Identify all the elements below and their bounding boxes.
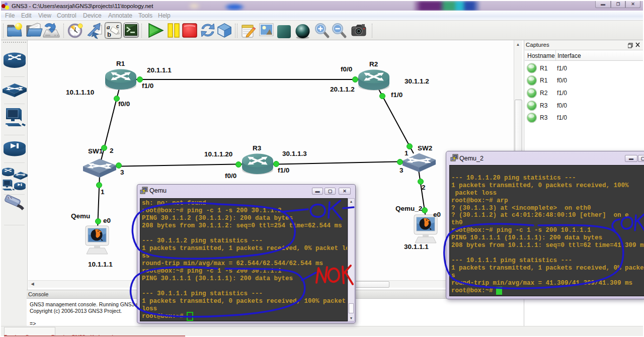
svg-text:a: a [107, 23, 110, 31]
svg-text:b: b [107, 31, 111, 38]
svg-text:c: c [116, 24, 119, 29]
